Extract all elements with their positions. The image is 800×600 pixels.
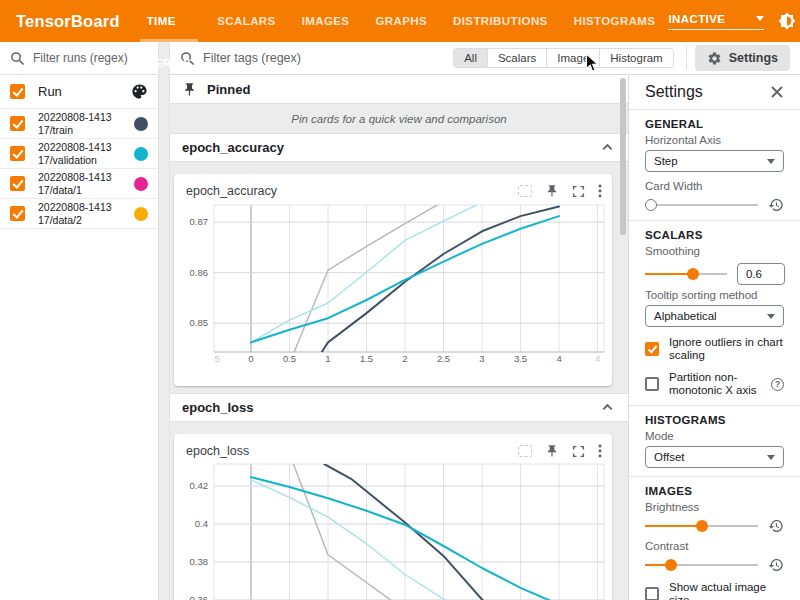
images-heading: IMAGES — [645, 485, 784, 497]
ignore-outliers-checkbox[interactable] — [645, 342, 659, 356]
divider — [629, 220, 800, 221]
svg-text:0.85: 0.85 — [190, 317, 209, 328]
tab-scalars[interactable]: SCALARS — [204, 0, 288, 42]
brightness-label: Brightness — [645, 501, 784, 513]
run-color-dot[interactable] — [134, 147, 148, 161]
pin-card-icon[interactable] — [545, 444, 559, 458]
settings-button[interactable]: Settings — [695, 45, 790, 71]
ignore-outliers-label: Ignore outliers in chart scaling — [669, 336, 784, 362]
reset-icon[interactable] — [768, 518, 784, 534]
slider-thumb[interactable] — [696, 520, 708, 532]
run-label: 20220808-141317/train — [38, 111, 116, 136]
kebab-menu-icon[interactable] — [598, 184, 602, 198]
fullscreen-icon[interactable] — [572, 185, 585, 198]
run-color-dot[interactable] — [134, 177, 148, 191]
tab-distributions[interactable]: DISTRIBUTIONS — [440, 0, 561, 42]
tab-graphs[interactable]: GRAPHS — [362, 0, 440, 42]
fullscreen-icon[interactable] — [572, 445, 585, 458]
runs-sidebar: Run 20220808-141317/train 20220808-14131… — [0, 42, 158, 600]
svg-text:1: 1 — [325, 353, 330, 364]
filter-runs-input[interactable] — [33, 51, 151, 65]
tab-images[interactable]: IMAGES — [289, 0, 363, 42]
card-width-slider[interactable] — [645, 198, 758, 212]
sidebar-resize-gutter[interactable] — [158, 42, 170, 600]
epoch-loss-chart[interactable]: 0.360.380.40.42 — [174, 460, 612, 600]
search-icon — [10, 51, 25, 66]
section-body-epoch-accuracy: epoch_accuracy 0.850.860.87500.511.522.5… — [170, 162, 628, 394]
slider-thumb[interactable] — [665, 559, 677, 571]
smoothing-slider[interactable] — [645, 267, 727, 281]
divider — [629, 476, 800, 477]
section-header-epoch-loss[interactable]: epoch_loss — [170, 394, 628, 422]
run-checkbox[interactable] — [10, 116, 25, 131]
select-all-runs-checkbox[interactable] — [10, 84, 25, 99]
chip-scalars[interactable]: Scalars — [487, 48, 547, 68]
run-row-validation[interactable]: 20220808-141317/validation — [0, 139, 158, 169]
kebab-menu-icon[interactable] — [598, 444, 602, 458]
svg-text:0.5: 0.5 — [283, 353, 296, 364]
scalar-card-epoch-loss: epoch_loss 0.360.380.40.42 — [174, 434, 612, 600]
runs-filter-row — [0, 42, 158, 75]
svg-text:0.38: 0.38 — [190, 556, 209, 567]
epoch-accuracy-chart[interactable]: 0.850.860.87500.511.522.533.544 — [174, 200, 612, 374]
smoothing-value-input[interactable] — [737, 263, 785, 285]
general-heading: GENERAL — [645, 118, 784, 130]
run-checkbox[interactable] — [10, 176, 25, 191]
partition-x-axis-label: Partition non-monotonic X axis — [669, 371, 767, 397]
brightness-slider[interactable] — [645, 519, 758, 533]
run-color-dot[interactable] — [134, 207, 148, 221]
slider-thumb[interactable] — [687, 268, 699, 280]
reload-status-value: INACTIVE — [668, 13, 725, 25]
palette-icon[interactable] — [131, 83, 148, 100]
svg-text:2.5: 2.5 — [437, 353, 450, 364]
cards-scroll-area: Pinned Pin cards for a quick view and co… — [170, 75, 628, 600]
reset-icon[interactable] — [768, 197, 784, 213]
card-width-label: Card Width — [645, 180, 784, 192]
tags-filter — [180, 51, 453, 66]
horizontal-axis-select[interactable]: Step — [645, 150, 784, 172]
show-actual-size-label: Show actual image size — [669, 581, 784, 600]
run-checkbox[interactable] — [10, 146, 25, 161]
pin-card-icon[interactable] — [545, 184, 559, 198]
contrast-slider[interactable] — [645, 558, 758, 572]
reload-status-select[interactable]: INACTIVE — [668, 13, 764, 30]
partition-x-axis-checkbox[interactable] — [645, 377, 659, 391]
slider-thumb[interactable] — [645, 199, 657, 211]
section-header-epoch-accuracy[interactable]: epoch_accuracy — [170, 134, 628, 162]
filter-tags-input[interactable] — [203, 51, 433, 65]
svg-text:3: 3 — [479, 353, 484, 364]
brightness-toggle-icon[interactable] — [778, 12, 796, 30]
histograms-heading: HISTOGRAMS — [645, 414, 784, 426]
show-actual-size-row: Show actual image size — [645, 581, 784, 600]
chevron-down-icon — [767, 159, 775, 164]
run-row-data2[interactable]: 20220808-141317/data/2 — [0, 199, 158, 229]
nav-tabs: TIME SERIES SCALARS IMAGES GRAPHS DISTRI… — [134, 0, 669, 42]
tooltip-sorting-select[interactable]: Alphabetical — [645, 305, 784, 327]
tab-histograms[interactable]: HISTOGRAMS — [561, 0, 669, 42]
tags-toolbar: All Scalars Image Histogram Settings — [170, 42, 800, 75]
data-table-toggle-icon[interactable] — [518, 185, 532, 197]
histogram-mode-select[interactable]: Offset — [645, 446, 784, 468]
runs-header-row: Run — [0, 75, 158, 109]
ignore-outliers-row: Ignore outliers in chart scaling — [645, 336, 784, 362]
chevron-up-icon[interactable] — [601, 401, 614, 414]
chip-histogram[interactable]: Histogram — [599, 48, 673, 68]
chip-image[interactable]: Image — [546, 48, 600, 68]
run-row-train[interactable]: 20220808-141317/train — [0, 109, 158, 139]
chip-all[interactable]: All — [453, 48, 488, 68]
show-actual-size-checkbox[interactable] — [645, 587, 659, 600]
tab-time-series[interactable]: TIME SERIES — [134, 0, 205, 42]
close-icon[interactable] — [770, 85, 784, 99]
data-table-toggle-icon[interactable] — [518, 445, 532, 457]
run-checkbox[interactable] — [10, 206, 25, 221]
runs-header-label: Run — [38, 84, 62, 99]
horizontal-axis-label: Horizontal Axis — [645, 134, 784, 146]
svg-text:0.4: 0.4 — [195, 518, 208, 529]
reset-icon[interactable] — [768, 557, 784, 573]
chevron-up-icon[interactable] — [601, 141, 614, 154]
run-color-dot[interactable] — [134, 117, 148, 131]
vertical-scrollbar[interactable] — [620, 78, 626, 235]
help-icon[interactable]: ? — [771, 378, 784, 391]
chevron-down-icon — [767, 314, 775, 319]
run-row-data1[interactable]: 20220808-141317/data/1 — [0, 169, 158, 199]
